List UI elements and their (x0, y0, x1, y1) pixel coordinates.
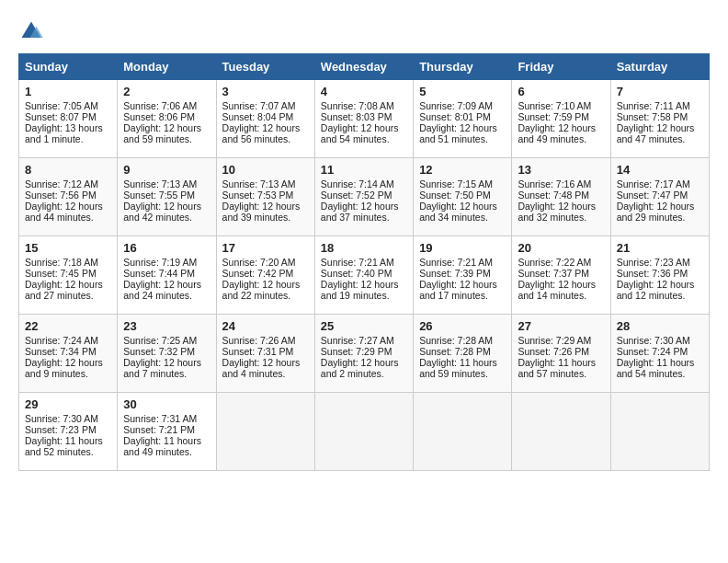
day-info-line: Daylight: 12 hours (518, 201, 604, 212)
day-info-line: Sunrise: 7:27 AM (321, 335, 407, 346)
week-row-5: 29Sunrise: 7:30 AMSunset: 7:23 PMDayligh… (19, 393, 710, 471)
week-row-3: 15Sunrise: 7:18 AMSunset: 7:45 PMDayligh… (19, 236, 710, 315)
day-info-line: and 14 minutes. (518, 290, 604, 301)
day-info-line: Sunset: 7:23 PM (25, 424, 111, 435)
day-info-line: Sunset: 7:31 PM (222, 346, 309, 357)
day-info-line: Sunset: 7:48 PM (518, 190, 604, 201)
day-info-line: Sunset: 8:06 PM (123, 111, 210, 122)
day-info-line: Sunset: 7:28 PM (419, 346, 506, 357)
calendar-cell (610, 393, 709, 471)
day-info-line: Daylight: 12 hours (25, 279, 111, 290)
day-info-line: Daylight: 12 hours (123, 357, 210, 368)
day-info-line: Sunrise: 7:09 AM (419, 100, 506, 111)
day-info-line: and 24 minutes. (123, 290, 210, 301)
day-info-line: Sunset: 7:40 PM (321, 268, 407, 279)
calendar-cell: 20Sunrise: 7:22 AMSunset: 7:37 PMDayligh… (512, 236, 610, 315)
day-info-line: Daylight: 12 hours (518, 122, 604, 133)
day-info-line: Sunset: 7:36 PM (617, 268, 703, 279)
day-info-line: Sunrise: 7:13 AM (123, 178, 210, 190)
logo-icon (18, 18, 44, 44)
day-info-line: Daylight: 12 hours (617, 201, 703, 212)
day-info-line: Sunrise: 7:25 AM (123, 335, 210, 346)
calendar-table: SundayMondayTuesdayWednesdayThursdayFrid… (18, 53, 710, 471)
day-info-line: Daylight: 12 hours (25, 357, 111, 368)
day-number: 12 (419, 163, 506, 177)
day-number: 25 (321, 319, 407, 333)
day-info-line: and 54 minutes. (321, 133, 407, 144)
col-header-tuesday: Tuesday (216, 54, 314, 80)
calendar-cell (512, 393, 610, 471)
col-header-monday: Monday (118, 54, 216, 80)
day-info-line: Sunset: 7:42 PM (222, 268, 309, 279)
day-info-line: and 51 minutes. (419, 133, 506, 144)
calendar-cell: 26Sunrise: 7:28 AMSunset: 7:28 PMDayligh… (414, 315, 512, 393)
day-number: 28 (617, 319, 703, 333)
calendar-cell: 7Sunrise: 7:11 AMSunset: 7:58 PMDaylight… (610, 80, 709, 158)
calendar-cell: 27Sunrise: 7:29 AMSunset: 7:26 PMDayligh… (512, 315, 610, 393)
day-info-line: Sunrise: 7:30 AM (617, 335, 703, 346)
day-info-line: Daylight: 11 hours (617, 357, 703, 368)
day-number: 21 (617, 241, 703, 255)
day-info-line: and 52 minutes. (25, 446, 111, 457)
day-info-line: Sunset: 7:32 PM (123, 346, 210, 357)
day-info-line: and 9 minutes. (25, 368, 111, 379)
day-info-line: Daylight: 12 hours (25, 201, 111, 212)
calendar-cell: 24Sunrise: 7:26 AMSunset: 7:31 PMDayligh… (216, 315, 314, 393)
col-header-wednesday: Wednesday (314, 54, 413, 80)
day-info-line: Sunset: 8:04 PM (222, 111, 309, 122)
day-info-line: and 57 minutes. (518, 368, 604, 379)
calendar-cell: 10Sunrise: 7:13 AMSunset: 7:53 PMDayligh… (216, 158, 314, 236)
day-info-line: and 37 minutes. (321, 212, 407, 223)
day-info-line: Daylight: 11 hours (25, 435, 111, 446)
day-info-line: Daylight: 12 hours (123, 201, 210, 212)
week-row-4: 22Sunrise: 7:24 AMSunset: 7:34 PMDayligh… (19, 315, 710, 393)
day-number: 1 (25, 85, 111, 98)
day-info-line: Sunrise: 7:07 AM (222, 100, 309, 111)
day-info-line: Daylight: 12 hours (419, 122, 506, 133)
calendar-cell: 29Sunrise: 7:30 AMSunset: 7:23 PMDayligh… (19, 393, 118, 471)
day-info-line: Sunrise: 7:28 AM (419, 335, 506, 346)
day-info-line: Sunset: 8:01 PM (419, 111, 506, 122)
calendar-cell (216, 393, 314, 471)
day-info-line: Sunset: 7:45 PM (25, 268, 111, 279)
day-number: 14 (617, 163, 703, 177)
day-info-line: Sunset: 7:26 PM (518, 346, 604, 357)
calendar-cell (314, 393, 413, 471)
day-info-line: Sunset: 8:03 PM (321, 111, 407, 122)
calendar-cell: 5Sunrise: 7:09 AMSunset: 8:01 PMDaylight… (414, 80, 512, 158)
day-info-line: Daylight: 12 hours (617, 122, 703, 133)
day-info-line: Sunset: 7:59 PM (518, 111, 604, 122)
col-header-thursday: Thursday (414, 54, 512, 80)
day-info-line: Daylight: 12 hours (222, 357, 309, 368)
day-info-line: Daylight: 13 hours (25, 122, 111, 133)
day-info-line: Sunrise: 7:20 AM (222, 257, 309, 268)
day-info-line: Daylight: 11 hours (518, 357, 604, 368)
day-info-line: Daylight: 12 hours (222, 279, 309, 290)
day-info-line: Sunset: 7:24 PM (617, 346, 703, 357)
col-header-friday: Friday (512, 54, 610, 80)
day-info-line: Sunrise: 7:30 AM (25, 413, 111, 424)
day-info-line: Sunrise: 7:12 AM (25, 178, 111, 190)
day-info-line: Sunrise: 7:26 AM (222, 335, 309, 346)
day-number: 7 (617, 85, 703, 98)
week-row-2: 8Sunrise: 7:12 AMSunset: 7:56 PMDaylight… (19, 158, 710, 236)
day-info-line: Sunset: 7:56 PM (25, 190, 111, 201)
day-info-line: Daylight: 12 hours (123, 122, 210, 133)
day-info-line: Sunrise: 7:29 AM (518, 335, 604, 346)
day-info-line: and 27 minutes. (25, 290, 111, 301)
day-number: 27 (518, 319, 604, 333)
day-number: 23 (123, 319, 210, 333)
day-info-line: Sunrise: 7:24 AM (25, 335, 111, 346)
day-info-line: Sunrise: 7:21 AM (321, 257, 407, 268)
calendar-cell: 30Sunrise: 7:31 AMSunset: 7:21 PMDayligh… (118, 393, 216, 471)
day-info-line: Sunrise: 7:11 AM (617, 100, 703, 111)
day-info-line: and 56 minutes. (222, 133, 309, 144)
day-info-line: Daylight: 12 hours (419, 201, 506, 212)
day-info-line: Sunrise: 7:31 AM (123, 413, 210, 424)
calendar-cell: 13Sunrise: 7:16 AMSunset: 7:48 PMDayligh… (512, 158, 610, 236)
day-info-line: Sunrise: 7:15 AM (419, 178, 506, 190)
day-info-line: Sunrise: 7:05 AM (25, 100, 111, 111)
day-info-line: and 29 minutes. (617, 212, 703, 223)
day-info-line: and 2 minutes. (321, 368, 407, 379)
calendar-cell: 3Sunrise: 7:07 AMSunset: 8:04 PMDaylight… (216, 80, 314, 158)
